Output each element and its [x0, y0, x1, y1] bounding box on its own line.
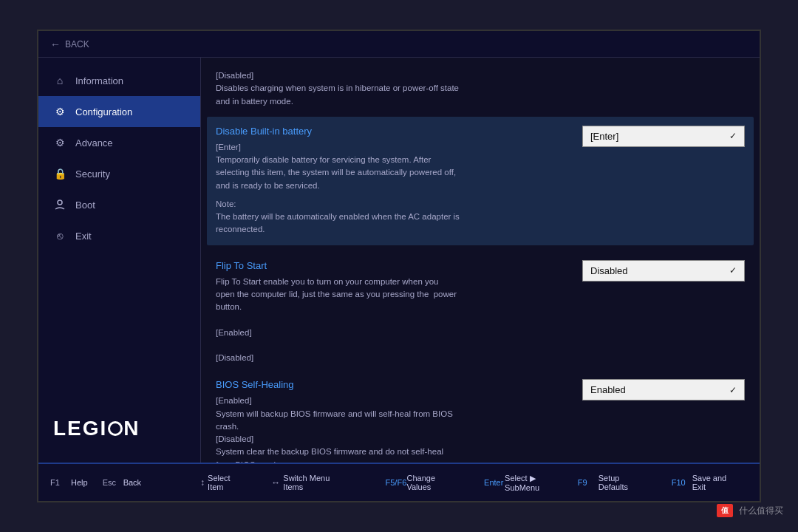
section-title-bios: BIOS Self-Healing — [216, 379, 563, 390]
shortcut-f5f6-key: F5/F6 — [386, 478, 404, 487]
dropdown-battery[interactable]: [Enter] ✓ — [582, 126, 745, 147]
shortcut-esc: Esc Back — [103, 478, 141, 487]
exit-icon: ⎋ — [53, 229, 66, 242]
sidebar-item-advance[interactable]: ⚙ Advance — [38, 127, 200, 158]
shortcut-esc-key: Esc — [103, 478, 120, 487]
sidebar-item-exit[interactable]: ⎋ Exit — [38, 220, 200, 251]
shortcut-enter-action: Select ▶ SubMenu — [505, 474, 563, 492]
sidebar-item-configuration[interactable]: ⚙ Configuration — [38, 96, 200, 127]
home-icon: ⌂ — [53, 74, 66, 87]
shortcut-esc-action: Back — [123, 478, 141, 487]
sidebar: ⌂ Information ⚙ Configuration ⚙ Advance … — [38, 58, 201, 463]
config-icon: ⚙ — [53, 105, 66, 118]
section-note-battery: Note: The battery will be automatically … — [216, 198, 563, 236]
shortcut-f9-key: F9 — [578, 478, 596, 487]
section-desc-battery: [Enter] Temporarily disable battery for … — [216, 141, 563, 192]
section-desc-flip: Flip To Start enable you to turn on your… — [216, 276, 563, 365]
section-row-bios: BIOS Self-Healing [Enabled] System will … — [216, 379, 745, 463]
sidebar-label-configuration: Configuration — [75, 106, 132, 117]
shortcut-updown-action: Select Item — [208, 474, 242, 491]
section-bios-self-healing: BIOS Self-Healing [Enabled] System will … — [216, 379, 745, 463]
sidebar-item-information[interactable]: ⌂ Information — [38, 65, 200, 96]
bottom-bar: F1 Help Esc Back ↕ Select Item ↔ Switch … — [38, 463, 760, 501]
watermark: 值 什么值得买 — [717, 504, 783, 517]
back-button[interactable]: ← BACK — [50, 38, 89, 50]
shortcut-enter: Enter Select ▶ SubMenu — [484, 474, 563, 492]
section-desc-bios: [Enabled] System will backup BIOS firmwa… — [216, 395, 563, 463]
dropdown-flip-value: Disabled — [590, 265, 628, 276]
bios-screen: ← BACK ⌂ Information ⚙ Configuration ⚙ A… — [37, 30, 761, 502]
logo-area: LEGIN — [38, 402, 200, 463]
advance-icon: ⚙ — [53, 136, 66, 149]
section-title-flip: Flip To Start — [216, 260, 563, 271]
chevron-down-icon-bios: ✓ — [729, 385, 737, 395]
logo-o — [108, 421, 123, 436]
section-control-battery: [Enter] ✓ — [575, 126, 745, 147]
shortcut-updown: ↕ Select Item — [200, 474, 242, 491]
shortcut-f1-action: Help — [71, 478, 88, 487]
watermark-text: 什么值得买 — [739, 505, 783, 517]
back-label: BACK — [65, 39, 89, 50]
shortcut-f1-key: F1 — [50, 478, 68, 487]
shortcut-f9-action: Setup Defaults — [598, 474, 642, 491]
section-title-battery: Disable Built-in battery — [216, 126, 563, 137]
shortcut-f1: F1 Help — [50, 478, 88, 487]
top-bar: ← BACK — [38, 31, 760, 58]
section-flip-to-start: Flip To Start Flip To Start enable you t… — [216, 260, 745, 365]
section-text-battery: Disable Built-in battery [Enter] Tempora… — [216, 126, 563, 236]
content-pane: [Disabled] Disables charging when system… — [201, 58, 760, 463]
shortcut-leftright-action: Switch Menu Items — [283, 474, 341, 491]
shortcut-f10-action: Save and Exit — [692, 474, 733, 491]
main-content: ⌂ Information ⚙ Configuration ⚙ Advance … — [38, 58, 760, 463]
dropdown-flip[interactable]: Disabled ✓ — [582, 260, 745, 282]
leftright-icon: ↔ — [271, 477, 280, 488]
dropdown-bios[interactable]: Enabled ✓ — [582, 379, 745, 400]
chevron-down-icon-flip: ✓ — [729, 265, 737, 276]
dropdown-battery-value: [Enter] — [590, 131, 618, 142]
back-arrow-icon: ← — [50, 38, 61, 50]
section-text-bios: BIOS Self-Healing [Enabled] System will … — [216, 379, 563, 463]
section-text-flip: Flip To Start Flip To Start enable you t… — [216, 260, 563, 365]
sidebar-label-advance: Advance — [75, 137, 113, 149]
shortcut-f5f6: F5/F6 Change Values — [386, 474, 455, 492]
truncated-top-text: [Disabled] Disables charging when system… — [216, 69, 745, 108]
shortcut-enter-key: Enter — [484, 478, 502, 487]
sidebar-item-boot[interactable]: Boot — [38, 189, 200, 220]
shortcut-leftright: ↔ Switch Menu Items — [271, 474, 341, 491]
section-row-flip: Flip To Start Flip To Start enable you t… — [216, 260, 745, 365]
shortcut-f5f6-action: Change Values — [406, 474, 454, 491]
dropdown-bios-value: Enabled — [590, 384, 626, 395]
sidebar-item-security[interactable]: 🔒 Security — [38, 158, 200, 189]
watermark-logo: 值 — [717, 504, 733, 517]
shortcut-f9: F9 Setup Defaults — [578, 474, 642, 491]
legion-logo: LEGIN — [53, 417, 185, 440]
lock-icon: 🔒 — [53, 167, 66, 180]
bottom-right-shortcuts: F9 Setup Defaults F10 Save and Exit — [578, 474, 748, 491]
shortcut-f10-key: F10 — [672, 478, 689, 487]
sidebar-label-security: Security — [75, 168, 110, 180]
shortcut-f10: F10 Save and Exit — [672, 474, 733, 491]
section-row-battery: Disable Built-in battery [Enter] Tempora… — [216, 126, 745, 236]
chevron-down-icon: ✓ — [729, 131, 737, 141]
section-control-flip: Disabled ✓ — [575, 260, 745, 282]
updown-icon: ↕ — [200, 477, 205, 488]
sidebar-label-exit: Exit — [75, 231, 92, 242]
boot-icon — [53, 198, 66, 211]
section-disable-battery: Disable Built-in battery [Enter] Tempora… — [207, 117, 754, 245]
svg-point-0 — [58, 200, 62, 205]
sidebar-label-boot: Boot — [75, 200, 95, 211]
section-control-bios: Enabled ✓ — [575, 379, 745, 400]
sidebar-label-information: Information — [75, 75, 123, 86]
